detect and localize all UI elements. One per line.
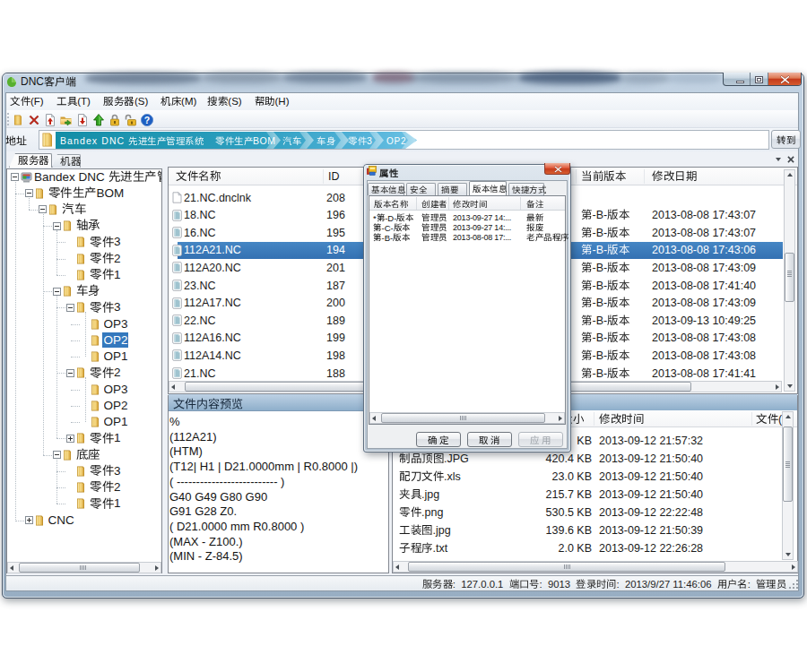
- svg-text:?: ?: [144, 115, 150, 125]
